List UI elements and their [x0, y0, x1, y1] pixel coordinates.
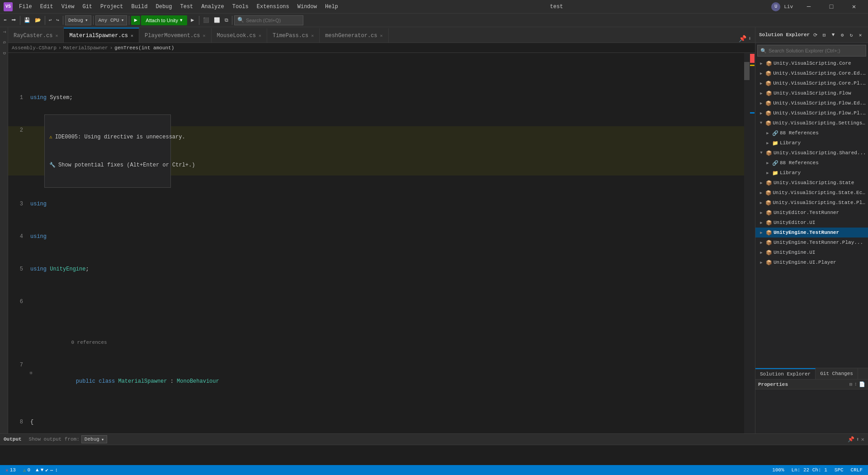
back-button[interactable]: ⬅ [2, 15, 9, 25]
se-refresh-button[interactable]: ↻ [847, 31, 855, 39]
code-content[interactable]: 1 using System; 2 ⚠ 💡 using [8, 53, 744, 433]
breadcrumb-project[interactable]: Assembly-CSharp [12, 45, 57, 51]
tree-item-editor-ui[interactable]: ▶ 📦 UnityEditor.UI [755, 218, 868, 228]
menu-window[interactable]: Window [294, 3, 321, 11]
se-collapse-button[interactable]: ⊟ [820, 31, 828, 39]
tab-meshgenerator[interactable]: meshGenerator.cs ✕ [320, 28, 388, 43]
tree-item-vs-settings[interactable]: ▼ 📦 Unity.VisualScripting.Settings... [755, 118, 868, 128]
tree-item-vs-core[interactable]: ▶ 📦 Unity.VisualScripting.Core [755, 58, 868, 68]
status-nav-arrows[interactable]: ▲ ▼ ✔ ⋯ ↕ [36, 467, 58, 473]
run-options-button[interactable]: ▶ [188, 16, 197, 25]
output-pin-icon[interactable]: 📌 [848, 436, 854, 443]
menu-tools[interactable]: Tools [229, 3, 252, 11]
menu-extensions[interactable]: Extensions [253, 3, 293, 11]
activity-git[interactable]: G [1, 39, 7, 45]
menu-build[interactable]: Build [127, 3, 151, 11]
scrollbar-thumb[interactable] [744, 62, 750, 80]
toolbar-misc-2[interactable]: ⬜ [212, 15, 222, 25]
toolbar-misc-3[interactable]: ⧉ [223, 15, 230, 25]
status-position[interactable]: Ln: 22 Ch: 1 [790, 467, 829, 473]
open-button[interactable]: 📂 [33, 15, 43, 25]
tree-item-engine-testrunner[interactable]: ▶ 📦 UnityEngine.TestRunner [755, 228, 868, 238]
platform-dropdown[interactable]: Any CPU ▾ [95, 15, 127, 25]
tree-item-vs-state-ec[interactable]: ▶ 📦 Unity.VisualScripting.State.Ec... [755, 188, 868, 198]
close-button[interactable]: ✕ [844, 0, 864, 14]
tree-item-vs-state-pl[interactable]: ▶ 📦 Unity.VisualScripting.State.Pl... [755, 198, 868, 208]
se-search-box[interactable]: 🔍 [757, 45, 866, 57]
menu-project[interactable]: Project [97, 3, 127, 11]
menu-view[interactable]: View [58, 3, 78, 11]
tree-item-vs-flow[interactable]: ▶ 📦 Unity.VisualScripting.Flow [755, 88, 868, 98]
tab-pin-button[interactable]: 📌 [739, 35, 746, 43]
search-box[interactable]: 🔍 [234, 15, 303, 25]
output-expand-icon[interactable]: ⬆ [856, 436, 859, 443]
nav-sync-icon[interactable]: ↕ [55, 467, 58, 473]
redo-button[interactable]: ↪ [54, 15, 61, 25]
nav-more-icon[interactable]: ⋯ [50, 467, 53, 473]
menu-debug[interactable]: Debug [152, 3, 175, 11]
status-zoom[interactable]: 100% [770, 467, 786, 473]
undo-button[interactable]: ↩ [47, 15, 54, 25]
tree-item-refs-2[interactable]: ▶ 🔗 88 References [755, 158, 868, 168]
tree-item-engine-ui-player[interactable]: ▶ 📦 UnityEngine.UI.Player [755, 257, 868, 267]
editor-mini-scrollbar[interactable] [744, 53, 750, 433]
close-tab-playermovement[interactable]: ✕ [203, 33, 206, 38]
tree-item-editor-testrunner[interactable]: ▶ 📦 UnityEditor.TestRunner [755, 208, 868, 218]
collapse-7[interactable]: ⊟ [30, 369, 32, 377]
nav-up-icon[interactable]: ▲ [36, 467, 39, 473]
save-button[interactable]: 💾 [22, 15, 32, 25]
tree-item-vs-state[interactable]: ▶ 📦 Unity.VisualScripting.State [755, 178, 868, 188]
menu-help[interactable]: Help [321, 3, 342, 11]
tree-item-library-1[interactable]: ▶ 📁 Library [755, 138, 868, 148]
se-tab-git-changes[interactable]: Git Changes [816, 368, 858, 380]
tab-timepass[interactable]: TimePass.cs ✕ [267, 28, 320, 43]
debug-mode-dropdown[interactable]: Debug ▾ [65, 15, 91, 25]
close-tab-meshgenerator[interactable]: ✕ [380, 33, 382, 38]
activity-data[interactable]: D [1, 50, 7, 56]
activity-team-explorer[interactable]: T [1, 29, 7, 35]
se-sync-button[interactable]: ⟳ [811, 31, 819, 39]
status-warnings[interactable]: ⚠ 0 [21, 467, 32, 473]
tab-expand-button[interactable]: ⬇ [748, 35, 751, 42]
nav-check-icon[interactable]: ✔ [45, 467, 48, 473]
menu-edit[interactable]: Edit [37, 3, 57, 11]
status-line-ending[interactable]: CRLF [849, 467, 864, 473]
se-filter-button[interactable]: ▼ [829, 31, 837, 39]
se-search-input[interactable] [769, 48, 863, 53]
output-source-dropdown[interactable]: Debug ▾ [81, 435, 108, 443]
se-close-button[interactable]: ✕ [856, 31, 864, 39]
se-tab-solution-explorer[interactable]: Solution Explorer [755, 368, 816, 380]
toolbar-misc-1[interactable]: ⬛ [201, 15, 211, 25]
tree-item-engine-testrunner-play[interactable]: ▶ 📦 UnityEngine.TestRunner.Play... [755, 238, 868, 247]
close-tab-materialspawner[interactable]: ✕ [131, 33, 133, 38]
tab-playermovement[interactable]: PlayerMovement.cs ✕ [139, 28, 211, 43]
tree-item-vs-core-ed[interactable]: ▶ 📦 Unity.VisualScripting.Core.Ed... [755, 68, 868, 78]
properties-sort-icon[interactable]: ↕ [854, 381, 857, 387]
tab-mouselook[interactable]: MouseLook.cs ✕ [212, 28, 267, 43]
tab-raycaster[interactable]: RayCaster.cs ✕ [8, 28, 64, 43]
close-tab-raycaster[interactable]: ✕ [55, 33, 58, 38]
menu-analyze[interactable]: Analyze [198, 3, 227, 11]
attach-to-unity-button[interactable]: Attach to Unity ▾ [141, 15, 187, 25]
tree-item-engine-ui[interactable]: ▶ 📦 UnityEngine.UI [755, 247, 868, 257]
properties-grid-icon[interactable]: ⊞ [849, 381, 853, 387]
status-errors[interactable]: ✕ 13 [4, 467, 18, 473]
tab-materialspawner[interactable]: MaterialSpawner.cs ✕ [64, 28, 139, 43]
close-tab-mouselook[interactable]: ✕ [259, 33, 261, 38]
nav-down-icon[interactable]: ▼ [41, 467, 44, 473]
breadcrumb-method[interactable]: genTrees(int amount) [114, 45, 174, 51]
status-encoding[interactable]: SPC [833, 467, 845, 473]
tree-item-library-2[interactable]: ▶ 📁 Library [755, 168, 868, 178]
tree-item-vs-flow-ed[interactable]: ▶ 📦 Unity.VisualScripting.Flow.Ed... [755, 98, 868, 108]
se-settings-button[interactable]: ⚙ [838, 31, 846, 39]
menu-test[interactable]: Test [177, 3, 197, 11]
properties-page-icon[interactable]: 📄 [859, 381, 865, 387]
tree-item-vs-core-pl[interactable]: ▶ 📦 Unity.VisualScripting.Core.Pl... [755, 78, 868, 88]
output-close-icon[interactable]: ✕ [861, 436, 864, 443]
tree-item-refs-1[interactable]: ▶ 🔗 88 References [755, 128, 868, 138]
run-button[interactable]: ▶ [131, 16, 140, 25]
close-tab-timepass[interactable]: ✕ [311, 33, 314, 38]
menu-git[interactable]: Git [79, 3, 96, 11]
tree-item-vs-flow-pl[interactable]: ▶ 📦 Unity.VisualScripting.Flow.Pl... [755, 108, 868, 118]
menu-file[interactable]: File [15, 3, 36, 11]
